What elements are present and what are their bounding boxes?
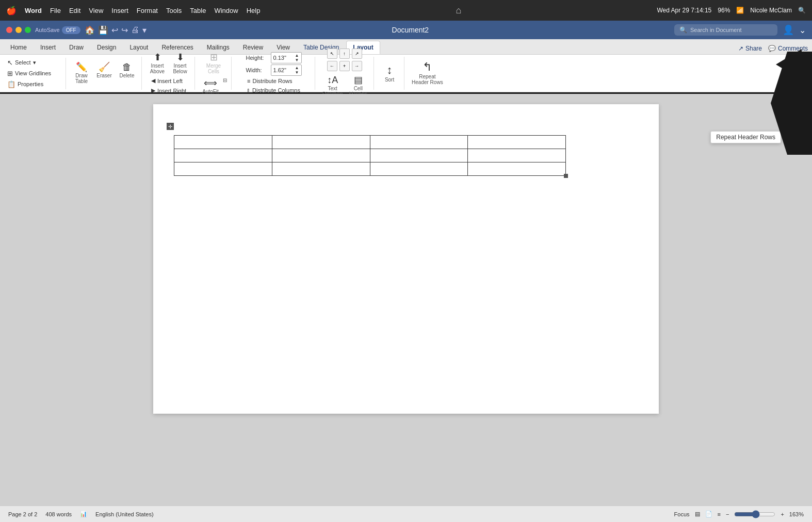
tab-insert[interactable]: Insert — [34, 41, 62, 54]
zoom-in-button[interactable]: + — [781, 511, 784, 517]
properties-button[interactable]: 📋 Properties — [4, 79, 61, 89]
autosave-toggle[interactable]: OFF — [62, 26, 80, 34]
insert-above-button[interactable]: ⬆ InsertAbove — [147, 52, 168, 75]
menubar-edit[interactable]: Edit — [69, 7, 80, 14]
menubar-view[interactable]: View — [89, 7, 103, 14]
align-top-center-btn[interactable]: ↑ — [339, 48, 350, 59]
align-top-right-btn[interactable]: ↗ — [352, 48, 362, 59]
merge-group: ⊞ MergeCells ⟺ AutoFit ⊟ — [196, 57, 232, 90]
width-arrows[interactable]: ▲▼ — [295, 66, 299, 75]
doc-page: ✛ — [153, 104, 659, 414]
table-cell[interactable] — [174, 162, 272, 176]
tab-home[interactable]: Home — [4, 41, 33, 54]
width-value: 1.62" — [273, 67, 286, 73]
comments-label: Comments — [778, 45, 808, 52]
outline-view-icon[interactable]: ≡ — [718, 511, 721, 517]
table-cell[interactable] — [272, 149, 370, 162]
repeat-header-group: ↰ RepeatHeader Rows — [405, 57, 449, 90]
autofit-label: AutoFit — [202, 89, 219, 94]
home-icon[interactable]: 🏠 — [85, 25, 95, 35]
table-cell[interactable] — [272, 136, 370, 149]
insert-below-button[interactable]: ⬇ InsertBelow — [170, 52, 190, 75]
menubar-table[interactable]: Table — [190, 7, 206, 14]
table-cell[interactable] — [174, 136, 272, 149]
print-view-icon[interactable]: 📄 — [705, 511, 712, 517]
merge-cells-button[interactable]: ⊞ MergeCells — [203, 52, 224, 75]
document-table[interactable] — [174, 135, 566, 176]
menubar-right: Wed Apr 29 7:14:15 96% 📶 Nicole McClam 🔍 — [657, 7, 806, 14]
view-gridlines-button[interactable]: ⊞ View Gridlines — [4, 69, 61, 78]
autofit-button[interactable]: ⟺ AutoFit — [200, 77, 221, 95]
save-icon[interactable]: 💾 — [98, 25, 108, 35]
maximize-button[interactable] — [25, 27, 31, 33]
autosave-label: AutoSave — [35, 27, 60, 33]
menubar-insert[interactable]: Insert — [111, 7, 128, 14]
zoom-level[interactable]: 163% — [789, 511, 804, 517]
menubar-tools[interactable]: Tools — [166, 7, 182, 14]
draw-table-button[interactable]: ✏️ DrawTable — [71, 61, 92, 85]
print-icon[interactable]: 🖨 — [131, 25, 139, 35]
select-button[interactable]: ↖ Select ▾ — [4, 58, 61, 68]
menubar-file[interactable]: File — [50, 7, 61, 14]
properties-icon: 📋 — [7, 80, 15, 88]
distribute-cols-button[interactable]: ⫿ Distribute Columns — [244, 86, 303, 94]
width-row: Width: 1.62" ▲▼ — [246, 64, 302, 76]
undo-icon[interactable]: ↩ — [111, 25, 118, 35]
table-cell[interactable] — [468, 162, 566, 176]
comments-button[interactable]: 💬 Comments — [768, 45, 808, 52]
align-mid-right-btn[interactable]: → — [352, 61, 362, 71]
height-value: 0.13" — [273, 55, 286, 61]
search-icon[interactable]: 🔍 — [798, 7, 806, 14]
layout-view-icon[interactable]: ▤ — [695, 511, 700, 517]
height-row: Height: 0.13" ▲▼ — [246, 52, 302, 63]
sort-group: ↕ Sort — [375, 57, 404, 90]
minimize-button[interactable] — [15, 27, 22, 33]
height-arrows[interactable]: ▲▼ — [295, 53, 299, 62]
menubar-format[interactable]: Format — [137, 7, 158, 14]
delete-label: Delete — [120, 73, 135, 78]
insert-left-label: Insert Left — [157, 78, 183, 84]
align-mid-left-btn[interactable]: ← — [327, 61, 337, 71]
table-cell[interactable] — [370, 149, 468, 162]
eraser-button[interactable]: 🧹 Eraser — [94, 61, 115, 79]
distribute-rows-button[interactable]: ≡ Distribute Rows — [244, 77, 303, 85]
height-input[interactable]: 0.13" ▲▼ — [271, 52, 302, 63]
sort-button[interactable]: ↕ Sort — [379, 63, 400, 84]
table-cell[interactable] — [370, 136, 468, 149]
table-cell[interactable] — [174, 149, 272, 162]
align-mid-center-btn[interactable]: + — [339, 61, 350, 71]
tab-design[interactable]: Design — [91, 41, 122, 54]
insert-above-icon: ⬆ — [154, 53, 161, 62]
expand-icon[interactable]: ⌄ — [799, 25, 806, 35]
insert-left-button[interactable]: ◀ Insert Left — [148, 76, 189, 85]
language: English (United States) — [95, 511, 154, 517]
table-move-handle[interactable]: ✛ — [167, 123, 174, 130]
delete-button[interactable]: 🗑 Delete — [117, 61, 137, 79]
width-input[interactable]: 1.62" ▲▼ — [271, 64, 302, 76]
battery-display: 96% — [718, 7, 730, 14]
zoom-slider[interactable] — [734, 510, 775, 518]
table-cell[interactable] — [468, 149, 566, 162]
menubar-word[interactable]: Word — [25, 7, 42, 14]
menubar-help[interactable]: Help — [247, 7, 261, 14]
table-cell[interactable] — [370, 162, 468, 176]
apple-logo-icon[interactable]: 🍎 — [6, 6, 17, 15]
repeat-header-tooltip: Repeat Header Rows — [710, 131, 781, 143]
focus-button[interactable]: Focus — [674, 511, 690, 517]
search-bar[interactable]: 🔍 Search in Document — [674, 24, 777, 36]
eraser-label: Eraser — [96, 73, 111, 78]
menubar-window[interactable]: Window — [214, 7, 238, 14]
close-button[interactable] — [6, 27, 12, 33]
share-button[interactable]: ↗ Share — [738, 45, 762, 52]
split-cells-button[interactable]: ⊟ — [223, 77, 227, 95]
tab-draw[interactable]: Draw — [63, 41, 90, 54]
align-top-left-btn[interactable]: ↖ — [327, 48, 337, 59]
table-cell[interactable] — [272, 162, 370, 176]
redo-icon[interactable]: ↪ — [121, 25, 128, 35]
repeat-header-button[interactable]: ↰ RepeatHeader Rows — [410, 60, 445, 86]
sort-label: Sort — [385, 77, 394, 83]
table-resize-handle[interactable] — [564, 174, 568, 178]
table-cell[interactable] — [468, 136, 566, 149]
more-icon[interactable]: ▾ — [142, 25, 147, 35]
zoom-out-button[interactable]: − — [726, 511, 729, 517]
